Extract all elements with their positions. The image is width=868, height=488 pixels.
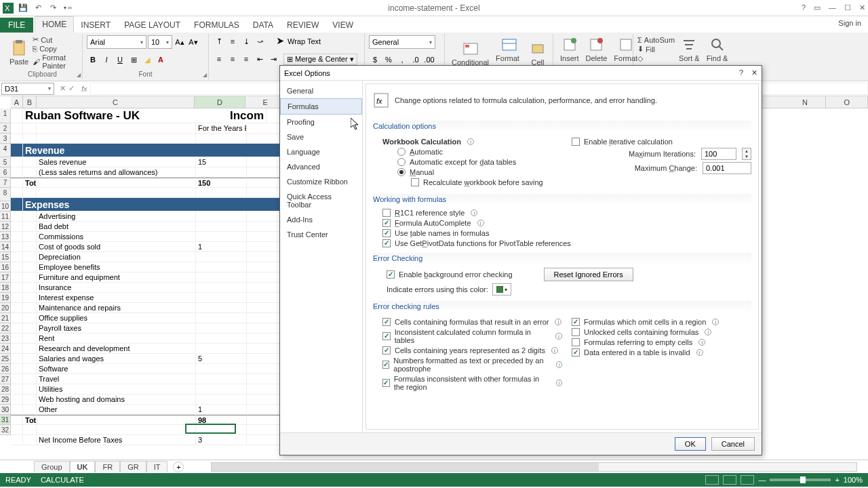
options-nav-item[interactable]: Formulas [280,98,362,115]
cell[interactable] [196,211,247,222]
column-header[interactable]: D [195,96,245,108]
cell[interactable] [11,157,23,167]
indent-dec-icon[interactable]: ⇤ [254,53,266,65]
dialog-help-icon[interactable]: ? [739,68,743,77]
row-header[interactable]: 22 [0,323,11,333]
tab-formulas[interactable]: FORMULAS [187,18,246,33]
cell[interactable] [23,262,37,272]
cell[interactable] [11,232,23,242]
r1c1-checkbox[interactable] [382,209,391,217]
row-header[interactable]: 32 [0,425,11,435]
cell[interactable] [23,283,37,293]
info-icon[interactable]: i [467,138,474,145]
cell[interactable]: Office supplies [37,313,196,323]
undo-icon[interactable]: ↶ [33,3,43,14]
cell[interactable] [196,333,247,344]
column-header[interactable]: B [23,96,37,108]
cell[interactable] [196,134,247,144]
row-header[interactable]: 14 [0,242,11,252]
cell[interactable]: 15 [196,157,247,167]
delete-cells-button[interactable]: Delete [583,35,610,64]
cell[interactable]: Total Expenses [23,415,37,425]
options-nav-item[interactable]: Add-Ins [280,212,362,227]
bg-error-check-checkbox[interactable] [387,270,395,279]
info-icon[interactable]: i [556,361,562,368]
cell[interactable]: 5 [196,354,247,364]
cell[interactable] [11,394,23,405]
cell[interactable]: Expenses [23,198,288,211]
cell[interactable] [196,344,247,354]
align-bottom-icon[interactable]: ⤓ [240,35,252,47]
cell[interactable]: Web hosting and domains [37,394,196,405]
error-rule-checkbox[interactable] [382,332,391,340]
cell[interactable]: Insurance [37,283,196,293]
cell[interactable] [11,134,23,144]
shrink-font-icon[interactable]: A▾ [187,36,199,48]
cell[interactable] [11,435,23,445]
row-header[interactable]: 26 [0,364,11,374]
cell[interactable] [23,364,37,374]
row-header[interactable]: 23 [0,333,11,344]
cell[interactable] [23,188,37,198]
table-names-checkbox[interactable] [382,229,391,237]
max-iterations-input[interactable] [701,148,736,160]
cell[interactable] [196,323,247,333]
cell[interactable] [11,293,23,303]
tab-data[interactable]: DATA [246,18,280,33]
column-header[interactable]: A [11,96,23,108]
max-change-input[interactable] [703,162,751,174]
cell[interactable]: Software [37,364,196,374]
cell[interactable] [11,405,23,415]
copy-button[interactable]: ⎘ Copy [33,45,78,53]
cell[interactable] [23,123,37,134]
row-header[interactable]: 19 [0,293,11,303]
error-rule-checkbox[interactable] [572,328,580,336]
cell[interactable]: Advertising [37,211,196,222]
error-rule-checkbox[interactable] [572,318,580,326]
cell[interactable]: Travel [37,374,196,384]
cell[interactable]: 150 [196,178,247,188]
cell[interactable]: Rent [37,333,196,344]
tab-home[interactable]: HOME [35,16,74,33]
fill-color-button[interactable]: ◢ [141,54,153,66]
row-header[interactable]: 11 [0,211,11,222]
row-header[interactable]: 20 [0,303,11,313]
calc-automatic-radio[interactable] [397,148,406,156]
row-header[interactable]: 29 [0,394,11,405]
cell[interactable] [196,384,247,394]
row-header[interactable]: 31 [0,415,11,425]
cell[interactable] [11,374,23,384]
cell[interactable]: Employee benefits [37,262,196,272]
row-header[interactable]: 18 [0,283,11,293]
cell[interactable]: Sales revenue [37,157,196,167]
wrap-text-button[interactable]: ⮞ [274,35,286,47]
cell[interactable]: Interest expense [37,293,196,303]
cell[interactable] [23,333,37,344]
indent-inc-icon[interactable]: ⇥ [267,53,279,65]
underline-button[interactable]: U [114,54,126,66]
getpivotdata-checkbox[interactable] [382,239,391,247]
align-center-icon[interactable]: ≡ [226,53,239,65]
cell[interactable] [11,354,23,364]
cell[interactable] [23,293,37,303]
cell[interactable] [23,272,37,283]
clipboard-launcher-icon[interactable]: ◢ [77,72,81,78]
iterative-calc-checkbox[interactable] [572,138,580,146]
cell[interactable] [23,384,37,394]
info-icon[interactable]: i [698,339,705,346]
cell[interactable] [11,364,23,374]
zoom-level[interactable]: 100% [844,476,863,484]
cut-button[interactable]: ✂ Cut [33,35,78,44]
calc-auto-except-radio[interactable] [397,158,406,166]
comma-format-icon[interactable]: , [396,54,408,66]
cell[interactable]: Research and development [37,344,196,354]
row-header[interactable]: 21 [0,313,11,323]
row-header[interactable]: 17 [0,272,11,283]
zoom-in-icon[interactable]: + [835,476,839,484]
cell[interactable] [196,374,247,384]
inc-decimal-icon[interactable]: .0 [410,54,422,66]
merge-center-button[interactable]: ⊞ Merge & Center ▾ [283,54,357,65]
bold-button[interactable]: B [87,54,99,66]
row-header[interactable]: 6 [0,167,11,178]
font-launcher-icon[interactable]: ◢ [203,72,207,78]
